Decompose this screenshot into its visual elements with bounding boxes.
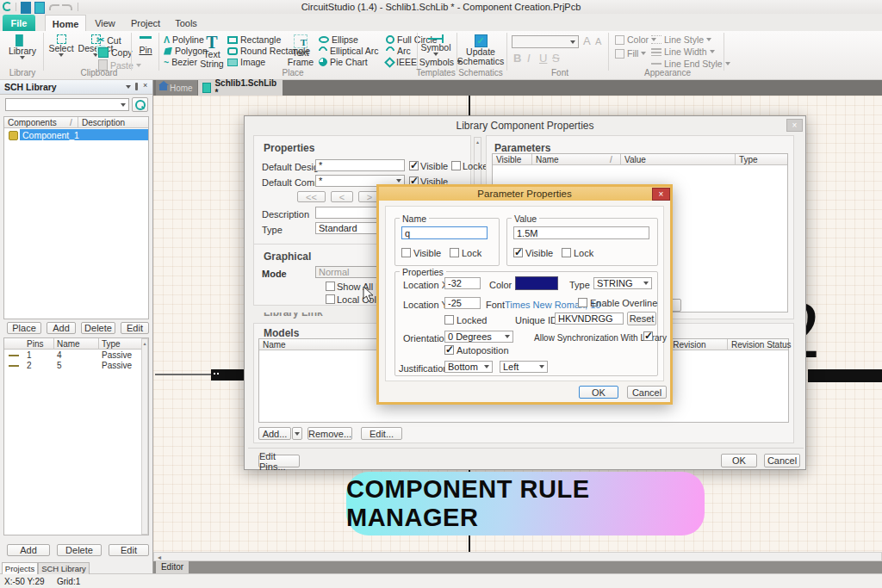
panel-tab-projects[interactable]: Projects [2, 562, 38, 574]
italic-button[interactable]: I [527, 52, 531, 65]
location-x-input[interactable] [444, 277, 481, 289]
scroll-up-icon[interactable]: ▴ [476, 139, 479, 145]
scroll-up-icon[interactable]: ▴ [143, 340, 146, 346]
col-pin-name[interactable]: Name [57, 339, 80, 349]
fill-button[interactable]: Fill [615, 48, 646, 59]
arc-button[interactable]: Arc [386, 46, 411, 56]
tab-view[interactable]: View [88, 15, 122, 31]
elliptical-arc-button[interactable]: Elliptical Arc [319, 46, 379, 56]
text-string-button[interactable]: T Text String [200, 34, 224, 69]
color-swatch[interactable] [515, 276, 558, 290]
bezier-button[interactable]: ~ Bezier [164, 57, 197, 67]
dialog-cancel-button[interactable]: Cancel [764, 454, 800, 467]
param-value-input[interactable] [513, 226, 649, 239]
col-pins[interactable]: Pins [27, 339, 43, 349]
designator-visible-checkbox[interactable] [409, 161, 419, 170]
model-edit-button[interactable]: Edit... [361, 427, 402, 440]
pin-row[interactable]: 2 5 Passive [4, 361, 141, 370]
designator-locked-checkbox[interactable] [451, 161, 461, 170]
locked-checkbox[interactable] [444, 315, 454, 325]
enable-overline-checkbox[interactable] [578, 298, 587, 307]
place-button[interactable]: Place [7, 322, 41, 334]
param-cancel-button[interactable]: Cancel [627, 386, 667, 399]
ellipse-button[interactable]: Ellipse [319, 34, 358, 45]
dialog-ok-button[interactable]: OK [721, 454, 757, 467]
col-description[interactable]: Description [82, 118, 125, 127]
edit-pins-button[interactable]: Edit Pins... [258, 455, 300, 467]
tab-file[interactable]: File [3, 15, 35, 31]
value-lock-checkbox[interactable] [562, 248, 571, 257]
model-add-button[interactable]: Add... [258, 427, 291, 440]
edit-component-button[interactable]: Edit [121, 322, 149, 334]
justification-h-select[interactable]: Left [500, 361, 548, 373]
edit-pin-button[interactable]: Edit [109, 544, 149, 556]
col-revision-status[interactable]: Revision Status [731, 340, 791, 350]
line-width-button[interactable]: Line Width [651, 46, 715, 57]
tab-project[interactable]: Project [126, 15, 165, 31]
col-param-name[interactable]: Name [536, 155, 559, 164]
doc-tab-schlib[interactable]: Schlib1.SchLib * [198, 80, 283, 96]
select-button[interactable]: Select [47, 34, 76, 57]
color-button[interactable]: Color [615, 34, 656, 45]
param-type-select[interactable]: STRING [593, 277, 652, 289]
location-y-input[interactable] [444, 297, 481, 309]
canvas-hscrollbar[interactable]: ◂ [153, 552, 882, 561]
font-size-up[interactable]: A [583, 34, 591, 47]
default-designator-input[interactable] [315, 159, 405, 171]
reset-button[interactable]: Reset [627, 312, 656, 325]
pins-vscrollbar[interactable]: ▴ [141, 338, 148, 535]
col-param-value[interactable]: Value [624, 155, 646, 164]
strikethrough-button[interactable]: S [552, 52, 560, 65]
line-style-button[interactable]: Line Style [651, 34, 711, 45]
rectangle-button[interactable]: Rectangle [227, 34, 281, 45]
update-schematics-button[interactable]: ✓ Update Schematics [460, 34, 501, 66]
show-all-pins-checkbox[interactable] [326, 282, 335, 291]
delete-pin-button[interactable]: Delete [57, 544, 102, 556]
value-visible-checkbox[interactable] [513, 248, 523, 257]
library-button[interactable]: Library [7, 34, 38, 59]
name-visible-checkbox[interactable] [401, 248, 411, 257]
font-family-select[interactable] [512, 35, 579, 48]
bold-button[interactable]: B [513, 52, 521, 65]
name-lock-checkbox[interactable] [450, 248, 459, 257]
panel-tab-sch-library[interactable]: SCH Library [38, 562, 90, 574]
copy-button[interactable]: Copy [98, 47, 133, 58]
orientation-select[interactable]: 0 Degrees [444, 331, 513, 343]
col-param-type[interactable]: Type [739, 155, 758, 164]
autoposition-checkbox[interactable] [444, 345, 454, 355]
font-size-down[interactable]: A [595, 36, 601, 46]
local-colors-checkbox[interactable] [326, 294, 335, 304]
param-ok-button[interactable]: OK [579, 386, 618, 399]
pin-button[interactable]: Pin [134, 36, 157, 55]
tab-home[interactable]: Home [45, 15, 86, 32]
col-components[interactable]: Components [8, 118, 57, 127]
param-close-icon[interactable]: × [652, 188, 670, 201]
text-frame-button[interactable]: T Text Frame [288, 34, 314, 67]
image-button[interactable]: Image [227, 57, 265, 67]
panel-close-icon[interactable]: × [143, 81, 147, 90]
library-search-button[interactable] [132, 97, 148, 112]
col-model-name[interactable]: Name [263, 340, 286, 350]
pin-row[interactable]: 1 4 Passive [4, 350, 141, 360]
model-add-dropdown[interactable] [292, 427, 302, 440]
doc-tab-home[interactable]: Home [156, 80, 197, 96]
unique-id-input[interactable] [555, 313, 624, 325]
justification-v-select[interactable]: Bottom [444, 361, 493, 373]
col-pin-type[interactable]: Type [102, 339, 121, 349]
add-pin-button[interactable]: Add [7, 544, 50, 556]
symbol-button[interactable]: Symbol [420, 34, 451, 56]
delete-component-button[interactable]: Delete [81, 322, 115, 334]
pager-prev-button[interactable]: < [331, 191, 353, 202]
cut-button[interactable]: ✂ Cut [96, 34, 121, 46]
close-icon[interactable]: × [786, 119, 803, 132]
schematic-wire-left[interactable] [155, 374, 212, 375]
pie-chart-button[interactable]: Pie Chart [319, 57, 368, 67]
add-component-button[interactable]: Add [47, 322, 76, 334]
panel-pin-icon[interactable] [135, 83, 138, 90]
ieee-symbols-button[interactable]: IEEE Symbols [386, 57, 462, 67]
tab-tools[interactable]: Tools [169, 15, 203, 31]
editor-tab[interactable]: Editor [156, 561, 189, 573]
param-name-input[interactable] [401, 226, 488, 239]
schematic-pin-left[interactable] [211, 369, 247, 381]
scroll-left-icon[interactable]: ◂ [158, 554, 161, 561]
